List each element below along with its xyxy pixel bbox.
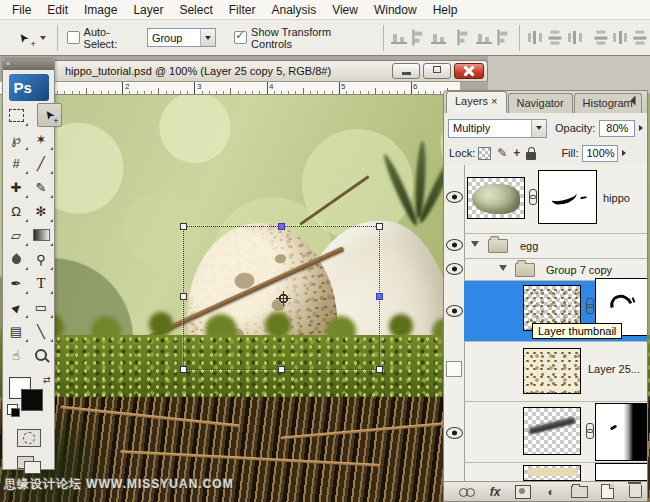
brush-tool[interactable]: ✎ (29, 175, 54, 199)
visibility-eye-icon[interactable] (446, 305, 463, 317)
layer-thumbnail[interactable] (523, 465, 581, 481)
show-transform-controls-checkbox[interactable] (234, 31, 247, 44)
mask-link-icon[interactable] (528, 189, 537, 204)
auto-select-dropdown[interactable]: Group (147, 28, 216, 47)
menu-window[interactable]: Window (366, 1, 425, 19)
chevron-down-icon[interactable] (200, 29, 215, 46)
lasso-tool[interactable]: ℘ (4, 127, 29, 151)
clone-stamp-tool[interactable]: Ω (4, 199, 29, 223)
layer-name[interactable]: hippo (603, 192, 630, 204)
menu-select[interactable]: Select (171, 1, 220, 19)
history-brush-tool[interactable]: ✻ (29, 199, 54, 223)
mask-link-icon[interactable] (585, 423, 594, 438)
menu-edit[interactable]: Edit (39, 1, 76, 19)
opacity-value[interactable]: 80% (599, 120, 635, 137)
magic-wand-tool[interactable]: ✶ (29, 127, 54, 151)
tab-histogram[interactable]: Histogram (574, 93, 642, 113)
fill-slider-arrow-icon[interactable] (618, 145, 630, 162)
eyedropper-tool[interactable]: ╲ (29, 319, 54, 343)
tab-close-icon[interactable]: × (491, 95, 497, 107)
document-title-bar[interactable]: hippo_tutorial.psd @ 100% (Layer 25 copy… (52, 60, 488, 82)
align-left-edges-icon[interactable] (458, 30, 471, 46)
shape-tool[interactable]: ▭ (29, 295, 54, 319)
path-selection-tool[interactable]: ► (4, 295, 29, 319)
layer-style-icon[interactable]: fx (486, 485, 504, 499)
link-layers-icon[interactable] (458, 485, 476, 499)
add-layer-mask-icon[interactable] (514, 485, 532, 499)
menu-layer[interactable]: Layer (125, 1, 171, 19)
layer-thumbnail[interactable] (467, 177, 525, 219)
align-top-edges-icon[interactable] (391, 31, 407, 44)
transform-reference-point[interactable] (276, 291, 291, 306)
transform-handle-top-right[interactable] (376, 223, 383, 230)
dodge-tool[interactable]: ⚲ (29, 247, 54, 271)
swap-colors-icon[interactable]: ⇄ (43, 375, 51, 385)
menu-filter[interactable]: Filter (221, 1, 264, 19)
crop-tool[interactable]: # (4, 151, 29, 175)
mask-link-icon[interactable] (585, 298, 594, 313)
lock-position-icon[interactable]: + (513, 146, 520, 160)
tab-layers[interactable]: Layers × (446, 91, 507, 113)
visibility-eye-icon[interactable] (446, 191, 463, 203)
distribute-right-edges-icon[interactable] (634, 30, 647, 46)
group-expand-icon[interactable] (471, 241, 479, 247)
rectangular-marquee-tool[interactable] (4, 103, 29, 127)
transform-handle-top-center[interactable] (278, 223, 285, 230)
lock-image-icon[interactable]: ✎ (497, 146, 507, 160)
menu-view[interactable]: View (324, 1, 366, 19)
menu-file[interactable]: File (4, 1, 39, 19)
distribute-horizontal-centers-icon[interactable] (612, 31, 628, 44)
type-tool[interactable]: T (29, 271, 54, 295)
align-right-edges-icon[interactable] (498, 30, 511, 46)
layer-name[interactable]: Layer 25... (588, 363, 640, 375)
align-vertical-centers-icon[interactable] (412, 30, 425, 46)
close-button[interactable] (454, 63, 484, 79)
hand-tool[interactable]: ☝ (4, 343, 29, 367)
blur-tool[interactable] (4, 247, 29, 271)
group-expand-icon[interactable] (499, 265, 507, 271)
layer-mask-thumbnail[interactable] (595, 403, 647, 461)
pen-tool[interactable]: ✒ (4, 271, 29, 295)
menu-analysis[interactable]: Analysis (263, 1, 324, 19)
move-tool-icon[interactable]: ➤ (8, 27, 38, 49)
minimize-button[interactable] (392, 63, 420, 79)
layer-mask-thumbnail[interactable] (538, 170, 597, 224)
default-colors-icon[interactable] (7, 404, 18, 415)
visibility-checkbox-empty[interactable] (446, 361, 462, 377)
group-name[interactable]: egg (520, 240, 538, 252)
transform-handle-middle-right[interactable] (376, 293, 383, 300)
new-layer-icon[interactable] (598, 485, 616, 499)
auto-select-checkbox[interactable] (67, 31, 80, 44)
menu-help[interactable]: Help (425, 1, 466, 19)
adjustment-layer-icon[interactable]: ◐ (542, 485, 560, 499)
chevron-down-icon[interactable] (531, 120, 546, 137)
distribute-vertical-centers-icon[interactable] (548, 30, 561, 46)
spot-healing-brush-tool[interactable]: ✚ (4, 175, 29, 199)
zoom-tool[interactable] (29, 343, 54, 367)
transform-bounding-box[interactable] (183, 226, 380, 370)
tool-preset-arrow-icon[interactable] (40, 36, 46, 40)
transform-handle-bottom-right[interactable] (376, 366, 383, 373)
layer-thumbnail[interactable] (523, 348, 581, 394)
align-bottom-edges-icon[interactable] (431, 31, 447, 44)
notes-tool[interactable]: ▤ (4, 319, 29, 343)
lock-all-icon[interactable] (526, 152, 536, 160)
restore-button[interactable] (423, 63, 451, 79)
eraser-tool[interactable]: ▱ (4, 223, 29, 247)
palette-collapse-bar[interactable]: « (3, 59, 54, 70)
gradient-tool[interactable] (29, 223, 54, 247)
move-tool[interactable]: ➤ (37, 103, 62, 127)
transform-handle-top-left[interactable] (180, 223, 187, 230)
quick-mask-button[interactable] (17, 429, 41, 447)
tab-navigator[interactable]: Navigator (508, 93, 573, 113)
slice-tool[interactable]: ╱ (29, 151, 54, 175)
layer-mask-thumbnail[interactable] (595, 463, 647, 481)
blend-mode-dropdown[interactable]: Multiply (448, 119, 547, 138)
transform-handle-bottom-left[interactable] (180, 366, 187, 373)
visibility-eye-icon[interactable] (446, 263, 463, 275)
new-group-icon[interactable] (570, 485, 588, 499)
distribute-top-edges-icon[interactable] (527, 31, 543, 44)
lock-transparency-icon[interactable] (478, 147, 491, 160)
layer-thumbnail[interactable] (523, 407, 581, 455)
screen-mode-button[interactable] (17, 456, 41, 473)
